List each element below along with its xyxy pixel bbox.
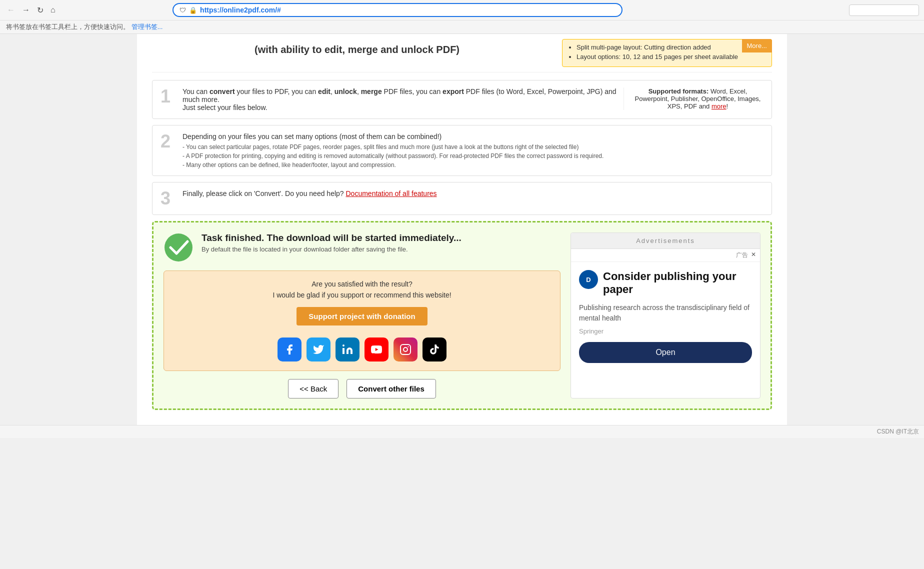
lock-icon: 🔒 — [189, 6, 197, 14]
footer-watermark: CSDN @IT北京 — [0, 425, 924, 438]
step-1-number: 1 — [160, 88, 176, 106]
action-buttons: << Back Convert other files — [164, 379, 560, 398]
recommend-text: I would be glad if you support or recomm… — [172, 291, 552, 299]
svg-point-5 — [408, 346, 409, 348]
more-button[interactable]: More... — [742, 39, 772, 52]
step-1-right: Supported formats: Word, Excel, Powerpoi… — [624, 88, 764, 110]
step-1-main-text: You can convert your files to PDF, you c… — [182, 88, 616, 104]
step-3-number: 3 — [160, 190, 176, 208]
bookmarks-bar: 将书签放在书签工具栏上，方便快速访问。 管理书签... — [0, 20, 924, 34]
page-content: (with ability to edit, merge and unlock … — [137, 34, 787, 425]
ad-open-button[interactable]: Open — [579, 342, 752, 363]
browser-chrome: ← → ↻ ⌂ 🛡 🔒 将书签放在书签工具栏上，方便快速访问。 管理书签... — [0, 0, 924, 34]
header-section: (with ability to edit, merge and unlock … — [152, 34, 772, 72]
step-2-bullet-1: - You can select particular pages, rotat… — [182, 144, 764, 150]
step-2-bullet-2: - A PDF protection for printing, copying… — [182, 152, 764, 160]
task-text: Task finished. The download will be star… — [202, 232, 462, 253]
browser-topbar: ← → ↻ ⌂ 🛡 🔒 — [0, 0, 924, 20]
svg-text:D: D — [586, 276, 590, 284]
task-subtitle: By default the file is located in your d… — [202, 246, 462, 253]
ad-headline: Consider publishing your paper — [603, 270, 752, 296]
bookmarks-text: 将书签放在书签工具栏上，方便快速访问。 — [6, 23, 130, 30]
ad-body: Publishing research across the transdisc… — [579, 302, 752, 324]
convert-other-files-button[interactable]: Convert other files — [346, 379, 436, 398]
step-3-text: Finally, please click on 'Convert'. Do y… — [182, 190, 344, 198]
step-1-sub-text: Just select your files below. — [182, 104, 616, 112]
ad-source: Springer — [579, 328, 752, 335]
task-header: Task finished. The download will be star… — [164, 232, 560, 262]
more-formats-link[interactable]: more — [712, 102, 726, 110]
refresh-btn[interactable]: ↻ — [35, 4, 46, 16]
ads-panel: Advertisements 广告 ✕ D Consider publishin… — [570, 232, 760, 398]
page-title: (with ability to edit, merge and unlock … — [152, 39, 562, 60]
back-button[interactable]: << Back — [288, 379, 338, 398]
svg-rect-3 — [400, 344, 410, 354]
svg-point-0 — [164, 234, 192, 262]
instagram-icon[interactable] — [394, 338, 418, 362]
documentation-link[interactable]: Documentation of all features — [346, 190, 437, 198]
more-exclaim: ! — [726, 102, 728, 110]
nav-buttons: ← → ↻ ⌂ — [5, 4, 58, 16]
ads-label: 广告 — [736, 251, 748, 260]
left-panel: Task finished. The download will be star… — [164, 232, 560, 398]
address-input[interactable] — [200, 6, 616, 14]
twitter-icon[interactable] — [306, 338, 330, 362]
step-2-number: 2 — [160, 132, 176, 150]
step-1-box: 1 You can convert your files to PDF, you… — [152, 80, 772, 119]
main-task-section: Task finished. The download will be star… — [152, 221, 772, 410]
forward-nav-btn[interactable]: → — [20, 4, 32, 16]
ads-label-row: 广告 ✕ — [571, 249, 760, 262]
ad-content: D Consider publishing your paper Publish… — [571, 262, 760, 371]
ads-header-label: Advertisements — [571, 233, 760, 249]
linkedin-icon[interactable] — [336, 338, 360, 362]
shield-icon: 🛡 — [180, 6, 186, 14]
svg-point-4 — [404, 348, 408, 352]
search-input[interactable] — [849, 4, 919, 16]
back-nav-btn[interactable]: ← — [5, 4, 17, 16]
watermark-text: CSDN @IT北京 — [877, 428, 919, 435]
manage-bookmarks-link[interactable]: 管理书签... — [132, 23, 163, 30]
step-2-box: 2 Depending on your files you can set ma… — [152, 125, 772, 176]
news-item-1: Split multi-page layout: Cutting directi… — [576, 44, 766, 51]
question-text: Are you satisfied with the result? — [172, 280, 552, 288]
step-3-content: Finally, please click on 'Convert'. Do y… — [182, 190, 764, 198]
ads-close-btn[interactable]: ✕ — [751, 251, 756, 260]
facebook-icon[interactable] — [278, 338, 302, 362]
step-2-bullet-3: - Many other options can be defined, lik… — [182, 162, 764, 168]
donation-button[interactable]: Support project with donation — [296, 307, 427, 326]
ad-logo-row: D Consider publishing your paper — [579, 270, 752, 296]
social-icons-row — [172, 338, 552, 362]
task-title: Task finished. The download will be star… — [202, 232, 462, 244]
svg-point-1 — [342, 344, 344, 346]
home-btn[interactable]: ⌂ — [48, 4, 58, 16]
step-2-content: Depending on your files you can set many… — [182, 132, 764, 168]
news-banner: More... Split multi-page layout: Cutting… — [562, 39, 772, 67]
step-3-box: 3 Finally, please click on 'Convert'. Do… — [152, 182, 772, 215]
news-list: Split multi-page layout: Cutting directi… — [568, 44, 766, 60]
checkmark-icon — [164, 232, 194, 262]
step-2-heading: Depending on your files you can set many… — [182, 132, 764, 140]
tiktok-icon[interactable] — [422, 338, 446, 362]
step-1-content: You can convert your files to PDF, you c… — [182, 88, 616, 112]
discover-logo: D — [579, 270, 598, 289]
address-bar[interactable]: 🛡 🔒 — [172, 3, 622, 17]
youtube-icon[interactable] — [364, 338, 388, 362]
news-item-2: Layout options: 10, 12 and 15 pages per … — [576, 53, 766, 60]
orange-box: Are you satisfied with the result? I wou… — [164, 270, 560, 371]
supported-label: Supported formats: — [648, 88, 709, 95]
